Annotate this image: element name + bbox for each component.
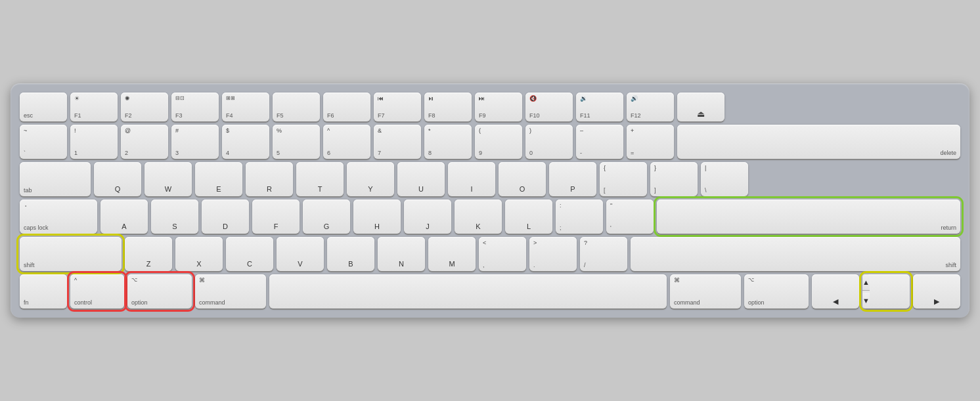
key-d[interactable]: D	[202, 200, 249, 234]
key-arrow-down[interactable]: ▼	[862, 293, 870, 308]
key-j[interactable]: J	[404, 200, 451, 234]
key-1[interactable]: ! 1	[70, 125, 118, 159]
key-tilde[interactable]: ~ `	[20, 125, 67, 159]
key-semicolon[interactable]: : ;	[556, 200, 603, 234]
key-f3[interactable]: ⊟⊡ F3	[171, 93, 219, 121]
key-q[interactable]: Q	[94, 162, 141, 196]
key-equals[interactable]: + =	[627, 125, 674, 159]
key-arrow-up[interactable]: ▲	[862, 274, 870, 291]
key-b[interactable]: B	[327, 237, 374, 271]
key-t[interactable]: T	[296, 162, 344, 196]
key-tab[interactable]: tab	[20, 162, 91, 196]
key-h[interactable]: H	[353, 200, 401, 234]
key-l[interactable]: L	[505, 200, 552, 234]
key-z[interactable]: Z	[125, 237, 172, 271]
key-o[interactable]: O	[499, 162, 546, 196]
key-f10[interactable]: 🔇 F10	[525, 93, 573, 121]
key-rcommand[interactable]: ⌘ command	[670, 274, 741, 308]
key-quote[interactable]: " '	[606, 200, 654, 234]
key-2[interactable]: @ 2	[121, 125, 168, 159]
key-w[interactable]: W	[145, 162, 192, 196]
key-capslock[interactable]: • caps lock	[20, 200, 97, 234]
key-esc[interactable]: esc	[20, 93, 67, 121]
key-control[interactable]: ^ control	[70, 274, 124, 308]
key-f4[interactable]: ⊞⊞ F4	[222, 93, 269, 121]
key-9[interactable]: ( 9	[475, 125, 522, 159]
key-f12[interactable]: 🔊 F12	[627, 93, 674, 121]
key-f9[interactable]: ⏭ F9	[475, 93, 522, 121]
key-4[interactable]: $ 4	[222, 125, 269, 159]
key-f11[interactable]: 🔉 F11	[576, 93, 623, 121]
key-roption[interactable]: ⌥ option	[744, 274, 809, 308]
key-3[interactable]: # 3	[171, 125, 219, 159]
key-m[interactable]: M	[428, 237, 476, 271]
key-r[interactable]: R	[246, 162, 293, 196]
key-eject[interactable]: ⏏	[677, 93, 724, 121]
key-f2[interactable]: ✺ F2	[121, 93, 168, 121]
key-f8[interactable]: ⏯ F8	[424, 93, 472, 121]
key-backslash[interactable]: | \	[701, 162, 748, 196]
key-f6[interactable]: F6	[323, 93, 370, 121]
key-i[interactable]: I	[448, 162, 495, 196]
key-comma[interactable]: < ,	[479, 237, 526, 271]
key-g[interactable]: G	[303, 200, 350, 234]
key-n[interactable]: N	[378, 237, 425, 271]
key-y[interactable]: Y	[347, 162, 394, 196]
key-8[interactable]: * 8	[424, 125, 472, 159]
key-p[interactable]: P	[549, 162, 596, 196]
key-f5[interactable]: F5	[273, 93, 320, 121]
key-fn[interactable]: fn	[20, 274, 67, 308]
key-u[interactable]: U	[397, 162, 445, 196]
key-period[interactable]: > .	[529, 237, 577, 271]
key-5[interactable]: % 5	[273, 125, 320, 159]
key-e[interactable]: E	[195, 162, 242, 196]
key-a[interactable]: A	[100, 200, 148, 234]
key-space[interactable]	[269, 274, 667, 308]
key-return[interactable]: return	[657, 200, 960, 234]
key-rshift[interactable]: shift	[631, 237, 960, 271]
key-slash[interactable]: ? /	[580, 237, 627, 271]
key-c[interactable]: C	[226, 237, 273, 271]
asdf-row: • caps lock A S D F G H J K L :	[20, 200, 960, 234]
key-delete[interactable]: delete	[677, 125, 960, 159]
shift-row: shift Z X C V B N M < , > .	[20, 237, 960, 271]
function-row: esc ☀ F1 ✺ F2 ⊟⊡ F3 ⊞⊞ F4 F5 F6 ⏮ F7 ⏯	[20, 93, 960, 121]
key-6[interactable]: ^ 6	[323, 125, 370, 159]
bottom-row: fn ^ control ⌥ option ⌘ command ⌘ comman…	[20, 274, 960, 308]
key-f1[interactable]: ☀ F1	[70, 93, 118, 121]
key-k[interactable]: K	[455, 200, 502, 234]
key-f7[interactable]: ⏮ F7	[374, 93, 421, 121]
key-lshift[interactable]: shift	[20, 237, 122, 271]
key-arrow-left[interactable]: ◀	[812, 274, 859, 308]
number-row: ~ ` ! 1 @ 2 # 3 $ 4 % 5 ^ 6 & 7	[20, 125, 960, 159]
key-arrow-up-down[interactable]: ▲ ▼	[862, 274, 910, 308]
key-7[interactable]: & 7	[374, 125, 421, 159]
key-rbracket[interactable]: } ]	[650, 162, 698, 196]
key-lcommand[interactable]: ⌘ command	[195, 274, 266, 308]
key-s[interactable]: S	[151, 200, 198, 234]
key-f[interactable]: F	[252, 200, 300, 234]
key-loption[interactable]: ⌥ option	[127, 274, 192, 308]
qwerty-row: tab Q W E R T Y U I O P	[20, 162, 960, 196]
keyboard: esc ☀ F1 ✺ F2 ⊟⊡ F3 ⊞⊞ F4 F5 F6 ⏮ F7 ⏯	[11, 83, 969, 318]
key-minus[interactable]: – -	[576, 125, 623, 159]
key-v[interactable]: V	[277, 237, 324, 271]
key-0[interactable]: ) 0	[525, 125, 573, 159]
key-x[interactable]: X	[175, 237, 223, 271]
key-arrow-right[interactable]: ▶	[913, 274, 960, 308]
key-lbracket[interactable]: { [	[600, 162, 647, 196]
